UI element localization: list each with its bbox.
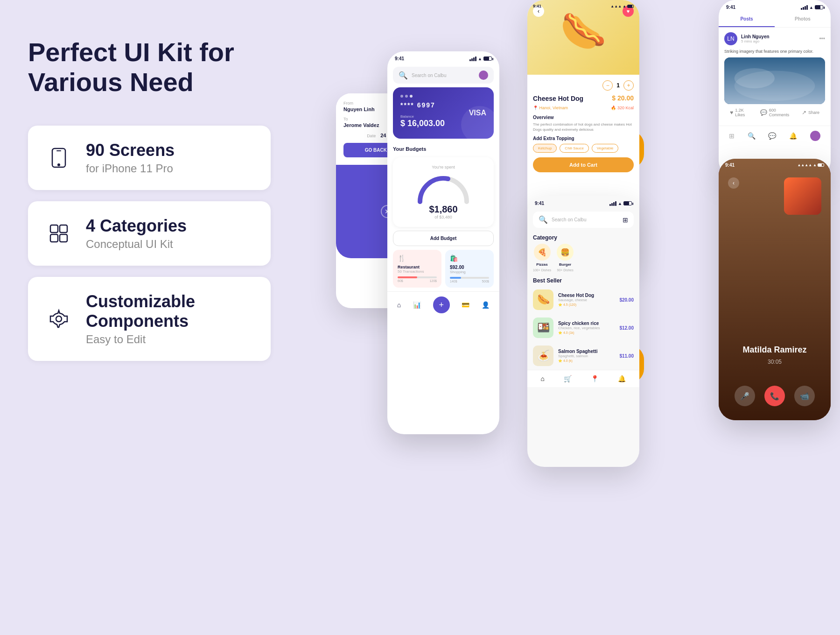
shopping-bar: [450, 277, 489, 279]
category-title: Category: [527, 232, 639, 244]
phone-call: 9:41 ▲▲▲▲ ▲ ‹: [719, 159, 831, 420]
restaurant-transactions: 50 Transactions: [398, 269, 437, 274]
food-item-name-2: Spicy chicken rice: [558, 321, 615, 326]
post-time: 5 mins ago: [741, 39, 770, 43]
qty-number: 1: [616, 82, 620, 89]
add-budget-button[interactable]: Add Budget: [393, 231, 494, 246]
home-nav-icon[interactable]: ⌂: [397, 301, 401, 309]
food-list-time: 9:41: [535, 201, 544, 206]
phone-social: 9:41 ▲ Posts Photos LN Linh Nguyen 5 min…: [719, 0, 831, 177]
card-nav-icon[interactable]: 💳: [462, 301, 469, 309]
category-pizzas[interactable]: 🍕 Pizzas 100+ Dishes: [533, 244, 551, 272]
spent-label: You're spent: [400, 165, 486, 169]
feature-text-components: Customizable Components Easy to Edit: [86, 292, 254, 346]
topping-title: Add Extra Topping: [533, 136, 634, 141]
food-list-search-bar[interactable]: 🔍 Search on Calbu ⊞: [533, 212, 634, 228]
comments-action[interactable]: 💬 600 Comments: [760, 108, 794, 117]
call-status-icons: ▲▲▲▲ ▲: [797, 163, 824, 167]
chart-nav-icon[interactable]: 📊: [413, 301, 421, 309]
chat-nav-icon[interactable]: 💬: [768, 132, 776, 140]
shopping-bar-labels: 140$ 500$: [450, 280, 489, 283]
from-label: From: [343, 101, 375, 106]
food-thumb-hotdog: 🌭: [533, 289, 553, 310]
mute-button[interactable]: 🎤: [735, 386, 755, 406]
food-item-desc-2: Chicken, rice, vegetables: [558, 326, 615, 330]
shop-icon[interactable]: 🛒: [564, 375, 572, 382]
food-detail-content: − 1 + Cheese Hot Dog $ 20.00 📍 Hanoi, Vi…: [527, 75, 639, 178]
profile-nav-avatar[interactable]: [810, 131, 820, 141]
budget-search-bar[interactable]: 🔍 Search on Calbu: [393, 67, 494, 84]
food-hero-image: 🌭 ‹ ♥ 9:41 ▲▲▲ ▲: [527, 0, 639, 75]
food-item-desc-1: Sausage, cheese: [558, 298, 615, 302]
add-nav-button[interactable]: +: [433, 296, 450, 313]
qty-minus-button[interactable]: −: [602, 80, 613, 91]
food-item-rating-2: ⭐ 4.0 (1k): [558, 331, 615, 335]
pizza-icon: 🍕: [534, 244, 551, 261]
comment-icon: 💬: [760, 109, 767, 116]
vegetable-tag[interactable]: Vegetable: [592, 144, 619, 153]
quantity-control: − 1 +: [533, 80, 634, 91]
location-icon[interactable]: 📍: [591, 375, 599, 382]
call-back-button[interactable]: ‹: [728, 177, 739, 189]
feature-card-components: Customizable Components Easy to Edit: [28, 277, 271, 361]
svg-rect-6: [60, 234, 67, 242]
signal-icon: [469, 56, 476, 61]
call-background: 9:41 ▲▲▲▲ ▲ ‹: [719, 159, 831, 420]
restaurant-min: 60$: [398, 279, 403, 282]
battery-icon: [623, 201, 632, 205]
bell-nav-icon[interactable]: 🔔: [789, 132, 797, 140]
food-item-info-1: Cheese Hot Dog Sausage, cheese ⭐ 4.5 (12…: [558, 293, 615, 307]
search-placeholder: Search on Calbu: [412, 73, 475, 78]
avatar-icon: [479, 71, 488, 80]
food-thumb-rice: 🍱: [533, 318, 553, 338]
card-chip-dots: [400, 95, 486, 98]
food-list-bottom-nav: ⌂ 🛒 📍 🔔: [527, 370, 639, 387]
budget-bottom-nav: ⌂ 📊 + 💳 👤: [387, 291, 499, 318]
home-icon[interactable]: ⌂: [541, 375, 545, 382]
feature-card-categories: 4 Categories Conceptual UI Kit: [28, 201, 271, 266]
category-burger[interactable]: 🍔 Burger 90+ Dishes: [557, 244, 574, 272]
likes-action[interactable]: ♥ 1.2K Likes: [730, 108, 753, 117]
qty-plus-button[interactable]: +: [623, 80, 634, 91]
video-button[interactable]: 📹: [794, 386, 815, 406]
list-item[interactable]: 🍱 Spicy chicken rice Chicken, rice, vege…: [527, 314, 639, 342]
feature-card-screens: 90 Screens for iPhone 11 Pro: [28, 126, 271, 190]
food-list-status-icons: ▲: [609, 201, 632, 206]
signal-icon: [801, 5, 808, 10]
budget-status-bar: 9:41 ▲: [387, 51, 499, 63]
tab-photos[interactable]: Photos: [775, 12, 831, 27]
ketchup-tag[interactable]: Ketchup: [533, 144, 557, 153]
more-options-button[interactable]: •••: [819, 35, 825, 42]
shopping-max: 500$: [482, 280, 489, 283]
food-item-rating-3: ⭐ 4.0 (k): [558, 359, 615, 363]
list-item[interactable]: 🌭 Cheese Hot Dog Sausage, cheese ⭐ 4.5 (…: [527, 286, 639, 314]
components-title: Customizable Components: [86, 292, 254, 331]
notification-icon[interactable]: 🔔: [618, 375, 626, 382]
chili-sauce-tag[interactable]: Chili Sauce: [560, 144, 588, 153]
share-action[interactable]: ↗ Share: [802, 109, 819, 116]
card-decoration: [461, 106, 494, 139]
caller-name: Matilda Ramirez: [742, 345, 806, 355]
filter-icon[interactable]: ⊞: [623, 216, 628, 224]
shopping-card: 🛍️ $92.00 Shopping 140$ 500$: [445, 250, 494, 288]
shopping-icon: 🛍️: [450, 254, 489, 262]
hero-title: Perfect UI Kit for Various Need: [28, 37, 271, 98]
grid-nav-icon[interactable]: ⊞: [729, 132, 735, 140]
food-thumb-spaghetti: 🍝: [533, 346, 553, 366]
user-info: Linh Nguyen 5 mins ago: [741, 34, 770, 43]
search-nav-icon[interactable]: 🔍: [748, 132, 756, 140]
add-to-cart-button[interactable]: Add to Cart: [533, 157, 634, 172]
toppings-row: Ketchup Chili Sauce Vegetable: [533, 144, 634, 153]
categories-title: 4 Categories: [86, 216, 187, 236]
user-name: Linh Nguyen: [741, 34, 770, 39]
profile-nav-icon[interactable]: 👤: [482, 301, 490, 309]
date-label: Date: [367, 134, 376, 138]
status-icons: ▲: [469, 56, 492, 61]
food-price: $ 20.00: [612, 94, 634, 102]
svg-point-13: [751, 233, 798, 289]
svg-rect-11: [784, 177, 821, 215]
end-call-button[interactable]: 📞: [764, 386, 785, 406]
tab-posts[interactable]: Posts: [719, 12, 775, 27]
food-item-price-3: $11.00: [619, 353, 634, 359]
list-item[interactable]: 🍝 Salmon Spaghetti Spaghetti, salmon ⭐ 4…: [527, 342, 639, 370]
